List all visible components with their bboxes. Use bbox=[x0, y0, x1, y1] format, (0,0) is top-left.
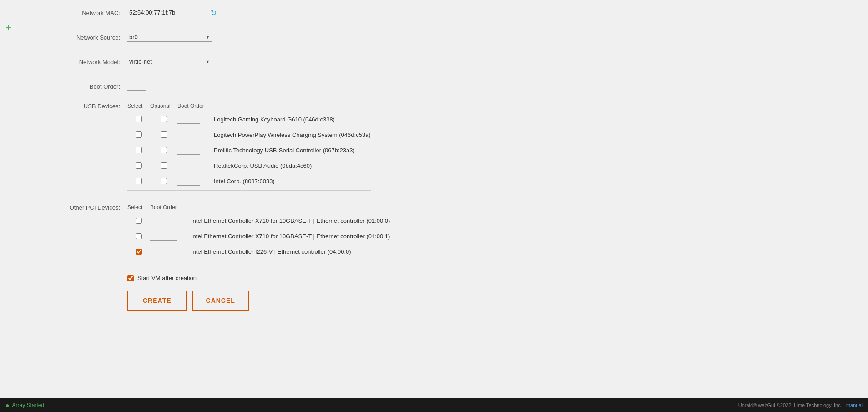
usb-device-label-2: Prolific Technology USB-Serial Controlle… bbox=[214, 147, 355, 154]
usb-checkbox-optional-2[interactable] bbox=[161, 147, 167, 153]
status-right: Unraid® webGui ©2022, Lime Technology, I… bbox=[738, 402, 863, 408]
network-model-label: Network Model: bbox=[27, 59, 127, 65]
usb-checkbox-optional-0[interactable] bbox=[161, 116, 167, 122]
pci-header-select: Select bbox=[127, 204, 150, 211]
pci-bootorder-input-0[interactable] bbox=[150, 216, 177, 225]
usb-select-0 bbox=[127, 116, 150, 122]
network-source-row: Network Source: br0 virbr0 bbox=[27, 29, 859, 45]
usb-devices-label: USB Devices: bbox=[27, 103, 127, 110]
usb-bootorder-input-3[interactable] bbox=[177, 161, 200, 170]
usb-checkbox-optional-4[interactable] bbox=[161, 178, 167, 184]
cancel-button[interactable]: CANCEL bbox=[192, 291, 249, 311]
usb-checkbox-select-2[interactable] bbox=[136, 147, 142, 153]
boot-order-row: Boot Order: bbox=[27, 78, 859, 95]
network-mac-input[interactable] bbox=[127, 8, 207, 17]
usb-device-label-1: Logitech PowerPlay Wireless Charging Sys… bbox=[214, 131, 371, 138]
usb-header-optional: Optional bbox=[150, 103, 177, 109]
usb-select-1 bbox=[127, 131, 150, 138]
network-model-control: virtio-net e1000 rtl8139 bbox=[127, 57, 212, 66]
network-source-select[interactable]: br0 virbr0 bbox=[127, 33, 212, 42]
refresh-mac-icon[interactable]: ↻ bbox=[211, 9, 217, 17]
usb-bootorder-2 bbox=[177, 146, 214, 155]
usb-checkbox-select-1[interactable] bbox=[136, 131, 142, 138]
pci-checkbox-0[interactable] bbox=[136, 218, 142, 224]
pci-divider bbox=[127, 261, 390, 261]
usb-devices-content: Select Optional Boot Order Logitech G bbox=[127, 103, 371, 196]
status-text: Array Started bbox=[12, 402, 44, 408]
network-mac-label: Network MAC: bbox=[27, 10, 127, 16]
start-vm-label: Start VM after creation bbox=[137, 275, 197, 281]
usb-select-3 bbox=[127, 162, 150, 169]
pci-device-row-0: Intel Ethernet Controller X710 for 10GBA… bbox=[127, 214, 390, 227]
usb-checkbox-select-0[interactable] bbox=[136, 116, 142, 122]
pci-devices-content: Select Boot Order Intel Ethernet Control… bbox=[127, 204, 390, 266]
usb-devices-header: Select Optional Boot Order bbox=[127, 103, 371, 109]
copyright-text: Unraid® webGui ©2022, Lime Technology, I… bbox=[738, 402, 842, 408]
pci-header: Select Boot Order bbox=[127, 204, 390, 211]
pci-device-row-1: Intel Ethernet Controller X710 for 10GBA… bbox=[127, 230, 390, 242]
usb-bootorder-4 bbox=[177, 177, 214, 186]
usb-device-row-2: Prolific Technology USB-Serial Controlle… bbox=[127, 144, 371, 156]
network-model-row: Network Model: virtio-net e1000 rtl8139 bbox=[27, 54, 859, 70]
usb-optional-4 bbox=[150, 178, 177, 184]
network-model-select[interactable]: virtio-net e1000 rtl8139 bbox=[127, 57, 212, 66]
pci-device-label-1: Intel Ethernet Controller X710 for 10GBA… bbox=[191, 233, 390, 240]
pci-device-row-2: Intel Ethernet Controller I226-V | Ether… bbox=[127, 245, 390, 258]
network-mac-row: Network MAC: ↻ bbox=[27, 5, 859, 21]
pci-device-label-0: Intel Ethernet Controller X710 for 10GBA… bbox=[191, 217, 390, 224]
add-network-button[interactable]: + bbox=[5, 23, 11, 33]
usb-device-row-0: Logitech Gaming Keyboard G610 (046d:c338… bbox=[127, 113, 371, 126]
usb-bootorder-input-1[interactable] bbox=[177, 131, 200, 139]
start-vm-row: Start VM after creation bbox=[127, 275, 859, 281]
pci-select-0 bbox=[127, 218, 150, 224]
network-source-control: br0 virbr0 bbox=[127, 33, 212, 42]
pci-checkbox-1[interactable] bbox=[136, 233, 142, 239]
usb-checkbox-optional-3[interactable] bbox=[161, 162, 167, 169]
usb-select-4 bbox=[127, 178, 150, 184]
pci-header-bootorder: Boot Order bbox=[150, 204, 191, 211]
usb-select-2 bbox=[127, 147, 150, 153]
pci-bootorder-2 bbox=[150, 247, 191, 256]
pci-bootorder-input-2[interactable] bbox=[150, 247, 177, 256]
usb-optional-0 bbox=[150, 116, 177, 122]
usb-divider bbox=[127, 190, 371, 191]
start-vm-checkbox[interactable] bbox=[127, 275, 134, 281]
usb-header-bootorder: Boot Order bbox=[177, 103, 214, 109]
usb-bootorder-input-2[interactable] bbox=[177, 146, 200, 155]
status-left: ● Array Started bbox=[5, 402, 44, 409]
network-source-label: Network Source: bbox=[27, 34, 127, 41]
usb-bootorder-1 bbox=[177, 131, 214, 139]
pci-bootorder-input-1[interactable] bbox=[150, 232, 177, 241]
usb-checkbox-select-3[interactable] bbox=[136, 162, 142, 169]
usb-device-label-3: RealtekCorp. USB Audio (0bda:4c60) bbox=[214, 162, 312, 169]
pci-select-2 bbox=[127, 249, 150, 255]
usb-optional-2 bbox=[150, 147, 177, 153]
boot-order-input[interactable] bbox=[127, 82, 146, 91]
pci-checkbox-2[interactable] bbox=[136, 249, 142, 255]
usb-optional-3 bbox=[150, 162, 177, 169]
button-row: CREATE CANCEL bbox=[127, 291, 859, 311]
create-button[interactable]: CREATE bbox=[127, 291, 187, 311]
usb-checkbox-optional-1[interactable] bbox=[161, 131, 167, 138]
usb-bootorder-input-0[interactable] bbox=[177, 115, 200, 124]
status-bar: ● Array Started Unraid® webGui ©2022, Li… bbox=[0, 398, 868, 412]
usb-checkbox-select-4[interactable] bbox=[136, 178, 142, 184]
manual-link[interactable]: manual bbox=[846, 402, 863, 408]
network-model-wrapper: virtio-net e1000 rtl8139 bbox=[127, 57, 212, 66]
boot-order-control bbox=[127, 82, 146, 91]
usb-bootorder-input-4[interactable] bbox=[177, 177, 200, 186]
network-source-wrapper: br0 virbr0 bbox=[127, 33, 212, 42]
status-dot-icon: ● bbox=[5, 402, 9, 409]
pci-bootorder-0 bbox=[150, 216, 191, 225]
boot-order-label: Boot Order: bbox=[27, 83, 127, 90]
usb-devices-row: USB Devices: Select Optional Boot Order bbox=[27, 103, 859, 196]
usb-device-row-4: Intel Corp. (8087:0033) bbox=[127, 175, 371, 187]
usb-device-label-4: Intel Corp. (8087:0033) bbox=[214, 178, 275, 185]
pci-device-label-2: Intel Ethernet Controller I226-V | Ether… bbox=[191, 248, 351, 255]
usb-bootorder-0 bbox=[177, 115, 214, 124]
pci-devices-row: Other PCI Devices: Select Boot Order Int… bbox=[27, 204, 859, 266]
usb-device-row-1: Logitech PowerPlay Wireless Charging Sys… bbox=[127, 128, 371, 141]
pci-devices-label: Other PCI Devices: bbox=[27, 204, 127, 211]
usb-header-select: Select bbox=[127, 103, 150, 109]
network-mac-control: ↻ bbox=[127, 8, 217, 17]
